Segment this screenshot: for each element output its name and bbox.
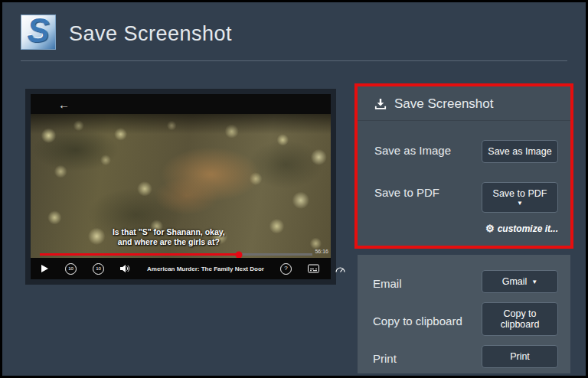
- video-title: American Murder: The Family Next Door: [147, 266, 264, 272]
- print-row: Print Print: [358, 345, 570, 368]
- customize-link-label: customize it...: [498, 223, 558, 234]
- captions-icon: [308, 264, 319, 273]
- copy-to-clipboard-button[interactable]: Copy to clipboard: [482, 302, 558, 336]
- save-to-pdf-label: Save to PDF: [374, 182, 439, 199]
- save-as-image-button[interactable]: Save as Image: [482, 140, 558, 163]
- player-controls-right: ?: [264, 263, 371, 275]
- progress-handle: [235, 251, 242, 258]
- download-icon: [374, 98, 387, 110]
- time-remaining: 56:16: [315, 249, 328, 254]
- save-as-image-button-label: Save as Image: [488, 146, 551, 157]
- popup-page: S Save Screenshot ← Is that "S" for Shan…: [2, 2, 586, 376]
- actions-panel: Email Gmail ▼ Copy to clipboard Copy to …: [358, 255, 570, 373]
- copy-to-clipboard-row: Copy to clipboard Copy to clipboard: [358, 302, 570, 336]
- logo-letter: S: [27, 14, 49, 47]
- save-to-pdf-row: Save to PDF Save to PDF ▼: [358, 182, 570, 213]
- save-panel-title: Save Screenshot: [394, 96, 493, 112]
- player-controls-bar: 10 10 American Murder: The Family Next D…: [31, 258, 331, 279]
- progress-filled: [40, 253, 239, 256]
- gmail-dropdown-button[interactable]: Gmail ▼: [482, 270, 558, 293]
- email-label: Email: [373, 273, 402, 290]
- video-subtitle: Is that "S" for Shanann, okay, and where…: [31, 227, 307, 247]
- video-top-bar: ←: [31, 94, 331, 114]
- print-label: Print: [373, 348, 397, 365]
- chevron-down-icon: ▼: [517, 200, 523, 207]
- playback-speed-icon: [335, 265, 345, 273]
- save-panel-divider: [358, 120, 570, 121]
- page-title: Save Screenshot: [69, 22, 232, 46]
- captured-video-frame: ← Is that "S" for Shanann, okay, and whe…: [31, 94, 331, 279]
- save-panel-heading: Save Screenshot: [358, 86, 570, 120]
- volume-icon: [120, 264, 131, 273]
- email-row: Email Gmail ▼: [358, 270, 570, 293]
- save-as-image-row: Save as Image Save as Image: [358, 140, 570, 163]
- save-screenshot-panel: Save Screenshot Save as Image Save as Im…: [354, 83, 573, 249]
- gmail-button-label: Gmail: [502, 276, 528, 287]
- play-icon: [41, 264, 49, 273]
- app-logo: S: [21, 15, 56, 50]
- gear-icon: ⚙: [485, 223, 495, 234]
- rewind-10-icon: 10: [65, 263, 77, 275]
- progress-bar: [40, 253, 312, 256]
- subtitle-line-2: and where are the girls at?: [31, 237, 307, 247]
- back-arrow-icon: ←: [58, 99, 70, 110]
- print-button[interactable]: Print: [482, 345, 558, 368]
- save-to-pdf-button-label: Save to PDF: [493, 188, 547, 199]
- forward-10-icon: 10: [93, 263, 104, 275]
- save-as-image-label: Save as Image: [374, 140, 451, 157]
- save-to-pdf-button[interactable]: Save to PDF ▼: [482, 182, 558, 213]
- copy-to-clipboard-label: Copy to clipboard: [373, 311, 462, 327]
- header-divider: [21, 60, 567, 61]
- help-icon: ?: [280, 263, 292, 275]
- chevron-down-icon: ▼: [531, 279, 537, 285]
- print-button-label: Print: [510, 351, 530, 362]
- copy-to-clipboard-button-label: Copy to clipboard: [485, 308, 554, 330]
- subtitle-line-1: Is that "S" for Shanann, okay,: [31, 227, 307, 237]
- customize-link[interactable]: ⚙customize it...: [358, 223, 570, 234]
- screenshot-preview: ← Is that "S" for Shanann, okay, and whe…: [25, 89, 336, 285]
